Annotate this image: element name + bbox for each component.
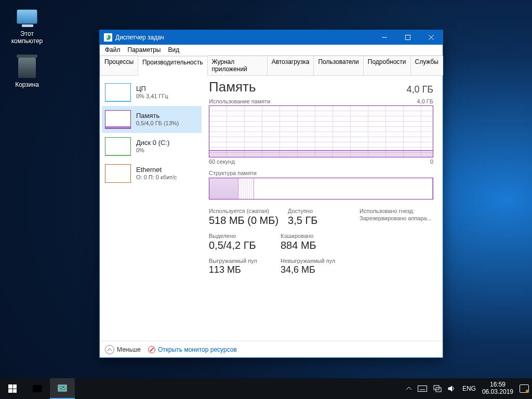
clock-time: 16:59 (482, 381, 513, 389)
tab-services[interactable]: Службы (410, 56, 443, 75)
menu-file[interactable]: Файл (105, 46, 121, 54)
stat-avail-value: 3,5 ГБ (288, 215, 350, 227)
stat-slots-value: Зарезервировано аппара... (360, 215, 432, 221)
sidebar-item-sub: 0,5/4,0 ГБ (13%) (136, 120, 179, 127)
sidebar-item-sub: 0% 3,41 ГГц (136, 93, 168, 100)
volume-icon[interactable] (448, 385, 456, 392)
svg-rect-0 (405, 35, 410, 40)
taskbar: ENG 16:59 06.03.2019 (0, 378, 532, 399)
language-indicator[interactable]: ENG (462, 385, 476, 392)
chevron-up-icon (105, 345, 114, 354)
menu-options[interactable]: Параметры (128, 46, 161, 54)
fewer-details-label: Меньше (117, 346, 141, 353)
windows-logo-icon (8, 384, 17, 393)
sidebar-item-title: ЦП (136, 85, 168, 93)
close-button[interactable] (419, 30, 443, 45)
tab-processes[interactable]: Процессы (100, 56, 138, 75)
window-title: Диспетчер задач (104, 33, 373, 42)
desktop-icon-label: Корзина (7, 81, 47, 88)
menu-bar: Файл Параметры Вид (100, 45, 443, 56)
titlebar[interactable]: Диспетчер задач (100, 30, 443, 45)
tab-app-history[interactable]: Журнал приложений (207, 56, 268, 75)
window-title-text: Диспетчер задач (115, 34, 164, 41)
usage-chart-label: Использование памяти (209, 98, 270, 104)
sidebar-item-cpu[interactable]: ЦП 0% 3,41 ГГц (102, 79, 202, 106)
desktop-icon-this-pc[interactable]: Этот компьютер (7, 5, 47, 45)
network-icon[interactable] (433, 385, 442, 392)
memory-composition-chart (209, 178, 433, 200)
tab-startup[interactable]: Автозагрузка (267, 56, 314, 75)
task-manager-icon (104, 33, 112, 42)
task-manager-window: Диспетчер задач Файл Параметры Вид Проце… (100, 30, 443, 357)
sidebar-item-title: Ethernet (136, 166, 177, 174)
svg-rect-4 (418, 386, 427, 392)
stat-cached-value: 884 МБ (281, 240, 343, 251)
tray-chevron-up-icon[interactable] (406, 386, 411, 391)
memory-capacity: 4,0 ГБ (406, 84, 433, 95)
axis-right: 0 (430, 158, 433, 165)
sidebar-item-ethernet[interactable]: Ethernet О: 0 П: 0 кбит/с (102, 160, 202, 187)
memory-detail-pane: Память 4,0 ГБ Использование памяти 4,0 Г… (204, 76, 443, 347)
tab-bar: Процессы Производительность Журнал прило… (100, 56, 443, 76)
menu-view[interactable]: Вид (168, 46, 179, 54)
clock-date: 06.03.2019 (482, 389, 513, 396)
stat-paged-label: Выгружаемый пул (209, 258, 271, 264)
desktop-icon-label: Этот компьютер (7, 30, 47, 45)
recycle-bin-icon (16, 56, 38, 79)
sidebar-item-sub: 0% (136, 147, 169, 154)
action-center-icon[interactable] (520, 384, 529, 393)
stat-nonpaged-value: 34,6 МБ (281, 264, 343, 275)
fewer-details-button[interactable]: Меньше (105, 345, 141, 354)
open-resource-monitor-link[interactable]: Открыть монитор ресурсов (148, 346, 237, 353)
ethernet-mini-chart (105, 164, 131, 183)
composition-label: Структура памяти (209, 170, 433, 176)
stat-avail-label: Доступно (288, 208, 350, 214)
performance-sidebar: ЦП 0% 3,41 ГГц Память 0,5/4,0 ГБ (13%) Д… (100, 76, 204, 347)
svg-rect-2 (35, 387, 40, 390)
stat-cached-label: Кэшировано (281, 233, 343, 239)
sidebar-item-disk[interactable]: Диск 0 (C:) 0% (102, 133, 202, 160)
sidebar-item-sub: О: 0 П: 0 кбит/с (136, 174, 177, 181)
maximize-button[interactable] (396, 30, 419, 45)
pc-icon (16, 5, 38, 28)
stat-used-value: 518 МБ (0 МБ) (209, 215, 278, 227)
taskbar-app-task-manager[interactable] (50, 378, 75, 399)
usage-chart-max: 4,0 ГБ (417, 98, 433, 104)
resource-monitor-icon (148, 346, 155, 353)
stat-nonpaged-label: Невыгружаемый пул (281, 258, 343, 264)
sidebar-item-title: Диск 0 (C:) (136, 139, 169, 147)
memory-usage-chart (209, 105, 433, 157)
stat-used-label: Используется (сжатая) (209, 208, 278, 214)
task-manager-taskbar-icon (57, 383, 68, 393)
cpu-mini-chart (105, 83, 131, 102)
axis-left: 60 секунд (209, 158, 235, 165)
start-button[interactable] (0, 378, 25, 399)
window-footer: Меньше Открыть монитор ресурсов (100, 341, 443, 357)
stat-commit-value: 0,5/4,2 ГБ (209, 240, 271, 251)
pane-title: Память (209, 79, 256, 95)
memory-mini-chart (105, 110, 131, 129)
tab-performance[interactable]: Производительность (138, 56, 207, 76)
stat-slots-label: Использовано гнезд: (360, 208, 432, 214)
taskbar-clock[interactable]: 16:59 06.03.2019 (482, 381, 513, 396)
task-view-icon (32, 384, 43, 393)
sidebar-item-memory[interactable]: Память 0,5/4,0 ГБ (13%) (102, 106, 202, 133)
minimize-button[interactable] (373, 30, 396, 45)
sidebar-item-title: Память (136, 112, 179, 120)
desktop-icon-recycle-bin[interactable]: Корзина (7, 56, 47, 88)
tab-details[interactable]: Подробности (363, 56, 411, 75)
disk-mini-chart (105, 137, 131, 156)
stat-commit-label: Выделено (209, 233, 271, 239)
system-tray: ENG 16:59 06.03.2019 (406, 381, 532, 396)
task-view-button[interactable] (25, 378, 50, 399)
open-resource-monitor-label: Открыть монитор ресурсов (158, 346, 237, 353)
tab-users[interactable]: Пользователи (313, 56, 363, 75)
touch-keyboard-icon[interactable] (418, 385, 427, 392)
stat-paged-value: 113 МБ (209, 264, 271, 275)
